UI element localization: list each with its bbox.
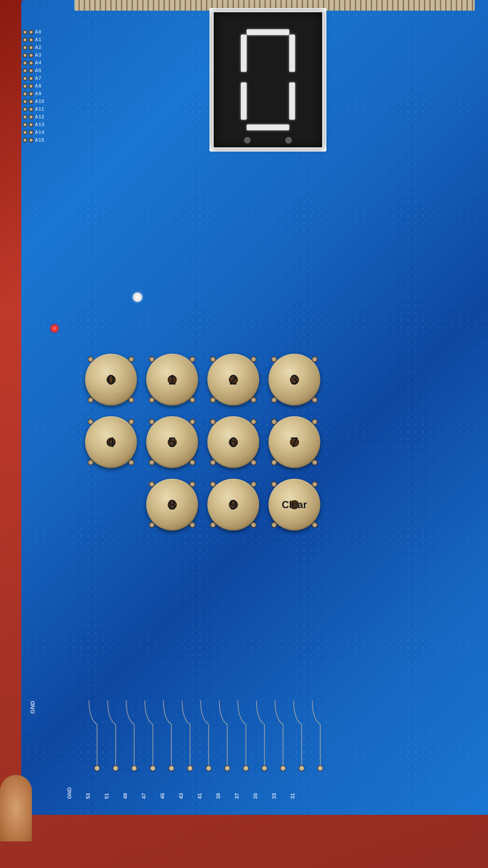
btn-body-clear[interactable]: Clear (268, 479, 320, 530)
btn-pin (149, 522, 155, 528)
btn-pin (312, 481, 318, 487)
pin-hole (29, 61, 33, 65)
btn-body-2[interactable]: 2 (207, 354, 259, 406)
svg-point-6 (206, 766, 211, 771)
pin-hole (23, 53, 27, 58)
btn-pin (251, 460, 257, 465)
button-2[interactable]: 2 (207, 354, 259, 406)
btn-body-0[interactable]: 0 (85, 354, 137, 406)
pin-hole (23, 45, 27, 50)
button-clear[interactable]: Clear (268, 479, 320, 530)
btn-pin (312, 356, 318, 362)
btn-label-6: 6 (229, 434, 237, 450)
pin-hole (29, 30, 33, 35)
center-led (133, 292, 142, 302)
button-0[interactable]: 0 (85, 354, 137, 406)
keypad-row-2: 4 5 (85, 416, 480, 468)
btn-body-9[interactable]: 9 (207, 479, 259, 530)
pin-label-a7: A7 (35, 75, 41, 81)
btn-label-3: 3 (291, 372, 298, 388)
pin-row-a11: A11 (23, 106, 52, 112)
pin-hole (23, 122, 27, 127)
btn-body-8[interactable]: 8 (146, 479, 198, 530)
bottom-label-47: 47 (141, 787, 147, 799)
pin-row-a13: A13 (23, 122, 52, 127)
button-4[interactable]: 4 (85, 416, 137, 468)
pin-hole (23, 68, 27, 73)
pin-hole (29, 99, 33, 104)
keypad-row-3: 8 9 (85, 479, 480, 530)
btn-pin (128, 460, 134, 465)
button-8[interactable]: 8 (146, 479, 198, 530)
btn-pin (190, 419, 195, 425)
button-7[interactable]: 7 (268, 416, 320, 468)
svg-point-7 (225, 766, 230, 771)
btn-body-5[interactable]: 5 (146, 416, 198, 468)
btn-pin (271, 460, 277, 465)
pin-hole (23, 107, 27, 112)
left-pin-strip: A0 A1 A2 A3 A4 (21, 27, 53, 735)
pin-row-a1: A1 (23, 37, 52, 42)
btn-body-3[interactable]: 3 (268, 354, 320, 406)
button-3[interactable]: 3 (268, 354, 320, 406)
btn-pin (271, 397, 277, 403)
gnd-label: GND (29, 701, 36, 714)
pin-label-a15: A15 (35, 137, 44, 143)
btn-pin (88, 419, 94, 425)
btn-pin (251, 522, 257, 528)
button-6[interactable]: 6 (207, 416, 259, 468)
svg-point-10 (281, 766, 286, 771)
display-dot-left (244, 137, 251, 144)
button-9[interactable]: 9 (207, 479, 259, 530)
pin-row-a2: A2 (23, 45, 52, 50)
btn-label-4: 4 (107, 434, 115, 450)
btn-pin (88, 356, 94, 362)
btn-pin (128, 419, 134, 425)
bottom-label-49: 49 (122, 787, 128, 799)
bottom-label-53: 53 (85, 787, 91, 799)
display-dot-right (285, 137, 292, 144)
pin-hole (23, 130, 27, 135)
btn-pin (190, 356, 195, 362)
pin-label-a11: A11 (35, 106, 44, 112)
btn-pin (210, 481, 216, 487)
btn-pin (149, 460, 155, 465)
btn-pin (128, 397, 134, 403)
pin-label-a14: A14 (35, 129, 44, 135)
pin-label-a8: A8 (35, 83, 41, 89)
btn-pin (312, 397, 318, 403)
pin-hole (29, 138, 33, 143)
btn-pin (271, 356, 277, 362)
pin-hole (23, 37, 27, 42)
svg-point-12 (318, 766, 323, 771)
pin-row-a12: A12 (23, 114, 52, 120)
keypad-area: 0 1 (85, 354, 480, 541)
bottom-label-33: 33 (271, 787, 277, 799)
btn-body-6[interactable]: 6 (207, 416, 259, 468)
pin-row-a7: A7 (23, 75, 52, 81)
svg-point-3 (150, 766, 156, 771)
btn-label-5: 5 (168, 434, 176, 450)
pin-hole (29, 45, 33, 50)
btn-pin (251, 419, 257, 425)
button-1[interactable]: 1 (146, 354, 198, 406)
svg-point-0 (94, 766, 100, 771)
bottom-label-31: 31 (290, 787, 296, 799)
pin-hole (23, 84, 27, 89)
pin-label-a5: A5 (35, 68, 41, 73)
btn-pin (271, 481, 277, 487)
pin-row-a9: A9 (23, 91, 52, 96)
btn-body-7[interactable]: 7 (268, 416, 320, 468)
btn-body-1[interactable]: 1 (146, 354, 198, 406)
bottom-label-gnd: GND (66, 787, 72, 799)
btn-pin (271, 419, 277, 425)
pin-hole (29, 107, 33, 112)
btn-pin (190, 460, 195, 465)
bottom-label-43: 43 (178, 787, 184, 799)
btn-body-4[interactable]: 4 (85, 416, 137, 468)
btn-pin (210, 460, 216, 465)
bottom-pin-labels: GND 53 51 49 47 45 43 41 39 37 35 33 31 (66, 787, 296, 799)
pin-label-a3: A3 (35, 52, 41, 58)
segment-a (247, 29, 289, 35)
button-5[interactable]: 5 (146, 416, 198, 468)
